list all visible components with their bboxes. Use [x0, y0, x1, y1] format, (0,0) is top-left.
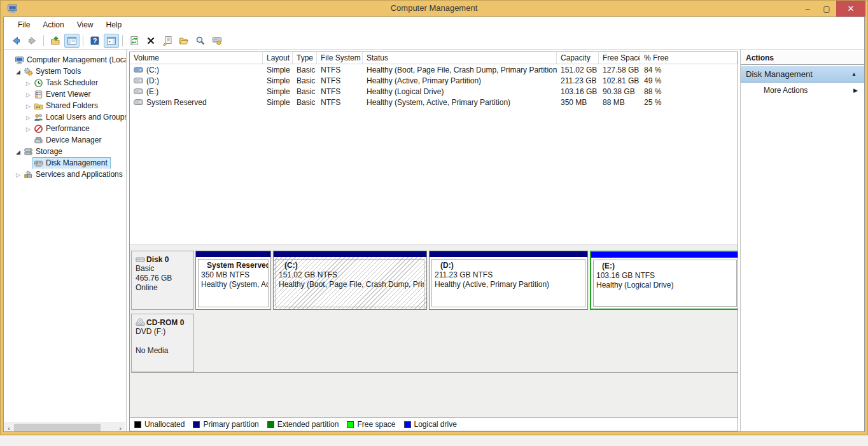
tree-item-label: Services and Applications: [36, 170, 123, 179]
properties-button[interactable]: [160, 34, 175, 48]
tree-item-device-manager[interactable]: Device Manager: [4, 134, 126, 146]
(C:)[interactable]: (C:) 151.02 GB NTFS Healthy (Boot, Page …: [273, 251, 427, 310]
tree-item-disk-management[interactable]: Disk Management: [4, 157, 126, 169]
(E:)[interactable]: (E:) 103.16 GB NTFS Healthy (Logical Dri…: [590, 251, 738, 310]
cdrom-0-label[interactable]: CD-ROM 0 DVD (F:) No Media: [131, 314, 194, 372]
menu-file[interactable]: File: [11, 18, 36, 31]
volume-name: (E:): [146, 87, 158, 96]
column-header-type[interactable]: Type: [293, 52, 317, 64]
open-button[interactable]: [176, 34, 192, 48]
disk-management-icon: [34, 158, 43, 168]
volume-row-d[interactable]: (D:) Simple Basic NTFS Healthy (Active, …: [130, 75, 738, 86]
volume-status: Healthy (Logical Drive): [363, 87, 557, 96]
forward-button[interactable]: [25, 34, 40, 48]
volume-row-c[interactable]: (C:) Simple Basic NTFS Healthy (Boot, Pa…: [130, 64, 738, 75]
shared-folders-icon: [34, 101, 43, 111]
disk-0-label[interactable]: Disk 0 Basic 465.76 GB Online: [131, 251, 194, 310]
volume-icon: [134, 88, 143, 94]
refresh-icon: [129, 36, 139, 46]
refresh-button[interactable]: [127, 34, 142, 48]
help-button[interactable]: [87, 34, 102, 48]
expander-icon[interactable]: [14, 170, 22, 179]
menu-view[interactable]: View: [71, 18, 100, 31]
column-header-status[interactable]: Status: [363, 52, 557, 64]
tree-item-label: Event Viewer: [46, 90, 90, 99]
tree-item-system-tools[interactable]: System Tools: [4, 66, 126, 77]
show-action-pane-button[interactable]: [104, 34, 119, 48]
scroll-right-arrow-icon[interactable]: ›: [115, 424, 125, 432]
System Reserved[interactable]: System Reserved 350 MB NTFS Healthy (Sys…: [195, 251, 271, 310]
find-button[interactable]: [193, 34, 208, 48]
partition-name: System Reserved: [201, 261, 265, 270]
legend-swatch: [404, 421, 411, 428]
tree-horizontal-scrollbar[interactable]: ‹ ›: [4, 422, 125, 432]
partition-legend: Unallocated Primary partition Extended p…: [130, 417, 738, 431]
expander-icon[interactable]: [24, 113, 32, 122]
expander-icon[interactable]: [14, 67, 22, 76]
pane-splitter[interactable]: [130, 244, 738, 249]
show-console-tree-button[interactable]: [64, 34, 80, 48]
tree-item-label: Storage: [36, 147, 62, 156]
expander-icon[interactable]: [14, 147, 22, 156]
scroll-left-arrow-icon[interactable]: ‹: [4, 424, 14, 432]
more-actions-item[interactable]: More Actions ▶: [741, 83, 864, 97]
volume-row-e[interactable]: (E:) Simple Basic NTFS Healthy (Logical …: [130, 86, 738, 97]
partition-color-bar: [591, 252, 738, 258]
storage-icon: [24, 147, 33, 157]
tree-item-performance[interactable]: Performance: [4, 123, 126, 134]
tree-item-storage[interactable]: Storage: [4, 146, 126, 157]
up-one-level-button[interactable]: [48, 34, 63, 48]
titlebar[interactable]: Computer Management –▢✕: [1, 1, 867, 17]
column-header-capacity[interactable]: Capacity: [557, 52, 599, 64]
close-button[interactable]: ✕: [836, 1, 865, 17]
column-header-layout[interactable]: Layout: [263, 52, 293, 64]
disk-status: Online: [136, 283, 192, 293]
volume-free-space: 90.38 GB: [599, 87, 640, 96]
tree-item-label: Device Manager: [46, 136, 101, 144]
tree-item-task-scheduler[interactable]: Task Scheduler: [4, 77, 126, 88]
back-button[interactable]: [8, 34, 24, 48]
maximize-button[interactable]: ▢: [817, 1, 836, 17]
volume-icon: [134, 99, 143, 105]
tree-item-label: Performance: [46, 124, 90, 133]
tree-item-local-users-and-groups[interactable]: Local Users and Groups: [4, 111, 126, 123]
task-scheduler-icon: [34, 78, 43, 88]
tree-item-shared-folders[interactable]: Shared Folders: [4, 100, 126, 111]
scrollbar-thumb[interactable]: [14, 424, 101, 433]
actions-panel: Actions Disk Management ▲ More Actions ▶: [740, 50, 864, 432]
volume-name: (D:): [146, 76, 159, 85]
delete-button[interactable]: [143, 34, 158, 48]
column-header-free-space[interactable]: Free Space: [599, 52, 640, 64]
tree-item-label: Shared Folders: [46, 101, 98, 110]
expander-icon[interactable]: [24, 124, 32, 133]
legend-unallocated: Unallocated: [134, 420, 185, 429]
partition-color-bar: [430, 251, 587, 257]
desktop-strip: [0, 435, 868, 446]
volume-type: Basic: [293, 98, 317, 107]
volume-pct-free: 49 %: [640, 76, 738, 85]
volume-capacity: 151.02 GB: [557, 66, 599, 74]
collapse-icon[interactable]: ▲: [851, 71, 857, 77]
expander-icon[interactable]: [24, 78, 32, 87]
actions-section-disk-management[interactable]: Disk Management ▲: [741, 66, 864, 83]
disk-0-row: Disk 0 Basic 465.76 GB Online: [131, 251, 738, 310]
expander-icon[interactable]: [24, 101, 32, 110]
volume-free-space: 102.81 GB: [599, 76, 640, 85]
menu-action[interactable]: Action: [36, 18, 70, 31]
menu-help[interactable]: Help: [100, 18, 129, 31]
tree-item-computer-management[interactable]: Computer Management (Local: [4, 54, 126, 66]
minimize-button[interactable]: –: [798, 1, 817, 17]
column-header-pct-free[interactable]: % Free: [640, 52, 738, 64]
expander-icon[interactable]: [24, 90, 32, 99]
volume-row-system-reserved[interactable]: System Reserved Simple Basic NTFS Health…: [130, 97, 738, 108]
disk-tasks-button[interactable]: [209, 34, 225, 48]
(D:)[interactable]: (D:) 211.23 GB NTFS Healthy (Active, Pri…: [429, 251, 588, 310]
volume-free-space: 127.58 GB: [599, 66, 640, 74]
tree-item-services-and-applications[interactable]: Services and Applications: [4, 169, 126, 180]
delete-icon: [146, 36, 156, 46]
actions-header: Actions: [741, 52, 864, 65]
column-header-volume[interactable]: Volume: [130, 52, 263, 64]
disk-gear-icon: [212, 36, 222, 46]
tree-item-event-viewer[interactable]: Event Viewer: [4, 88, 126, 100]
column-header-file-system[interactable]: File System: [317, 52, 363, 64]
